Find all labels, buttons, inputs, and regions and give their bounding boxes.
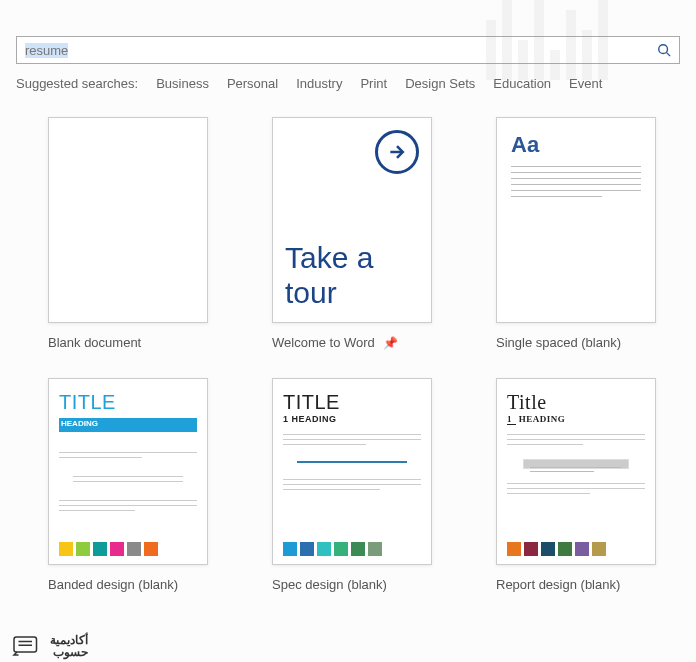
swatch	[351, 542, 365, 556]
thumb-heading-band: HEADING	[59, 418, 197, 432]
pin-icon[interactable]: 📌	[383, 336, 398, 350]
suggested-link[interactable]: Personal	[227, 76, 278, 91]
swatch	[127, 542, 141, 556]
swatch	[283, 542, 297, 556]
swatch	[300, 542, 314, 556]
color-swatches	[507, 542, 645, 556]
template-tile-banded[interactable]: TITLE HEADING Banded design (blank)	[48, 378, 238, 565]
placeholder-lines	[283, 434, 421, 494]
template-tile-single-spaced[interactable]: Aa Single spaced (blank)	[496, 117, 686, 350]
template-thumb: Title 1 HEADING	[496, 378, 656, 565]
template-caption: Blank document	[48, 335, 141, 350]
aa-label: Aa	[511, 132, 641, 158]
swatch	[110, 542, 124, 556]
template-thumb: Aa	[496, 117, 656, 323]
swatch	[334, 542, 348, 556]
placeholder-lines	[59, 452, 197, 515]
swatch	[558, 542, 572, 556]
template-tile-report[interactable]: Title 1 HEADING Report design (blank)	[496, 378, 686, 565]
template-caption: Banded design (blank)	[48, 577, 178, 592]
template-thumb: Take a tour	[272, 117, 432, 323]
template-thumb: TITLE HEADING	[48, 378, 208, 565]
suggested-label: Suggested searches:	[16, 76, 138, 91]
watermark-text: أكاديمية حسوب	[50, 634, 88, 658]
color-swatches	[283, 542, 421, 556]
thumb-title: Title	[507, 391, 645, 414]
template-tile-welcome[interactable]: Take a tour Welcome to Word 📌	[272, 117, 462, 350]
swatch	[76, 542, 90, 556]
swatch	[592, 542, 606, 556]
template-caption: Single spaced (blank)	[496, 335, 621, 350]
suggested-link[interactable]: Business	[156, 76, 209, 91]
suggested-link[interactable]: Design Sets	[405, 76, 475, 91]
tour-text: Take a tour	[285, 241, 419, 310]
template-thumb	[48, 117, 208, 323]
thumb-title: TITLE	[283, 391, 421, 414]
thumb-title: TITLE	[59, 391, 197, 414]
swatch	[368, 542, 382, 556]
swatch	[507, 542, 521, 556]
template-caption: Report design (blank)	[496, 577, 620, 592]
swatch	[524, 542, 538, 556]
swatch	[575, 542, 589, 556]
template-thumb: TITLE 1 HEADING	[272, 378, 432, 565]
swatch	[59, 542, 73, 556]
swatch	[93, 542, 107, 556]
watermark-logo: أكاديمية حسوب	[8, 634, 88, 658]
swatch	[144, 542, 158, 556]
placeholder-lines	[507, 434, 645, 498]
arrow-right-circle-icon	[375, 130, 419, 174]
background-decoration	[486, 0, 696, 80]
thumb-heading: 1 HEADING	[507, 414, 645, 424]
suggested-link[interactable]: Industry	[296, 76, 342, 91]
template-tile-blank[interactable]: Blank document	[48, 117, 238, 350]
placeholder-lines	[511, 166, 641, 197]
swatch	[317, 542, 331, 556]
template-caption: Welcome to Word	[272, 335, 375, 350]
color-swatches	[59, 542, 197, 556]
hsoub-logo-icon	[8, 634, 44, 658]
template-tile-spec[interactable]: TITLE 1 HEADING Spec design (blank)	[272, 378, 462, 565]
template-grid: Blank document Take a tour Welcome to Wo…	[0, 91, 696, 565]
thumb-heading: 1 HEADING	[283, 414, 421, 424]
template-caption: Spec design (blank)	[272, 577, 387, 592]
suggested-link[interactable]: Print	[360, 76, 387, 91]
swatch	[541, 542, 555, 556]
